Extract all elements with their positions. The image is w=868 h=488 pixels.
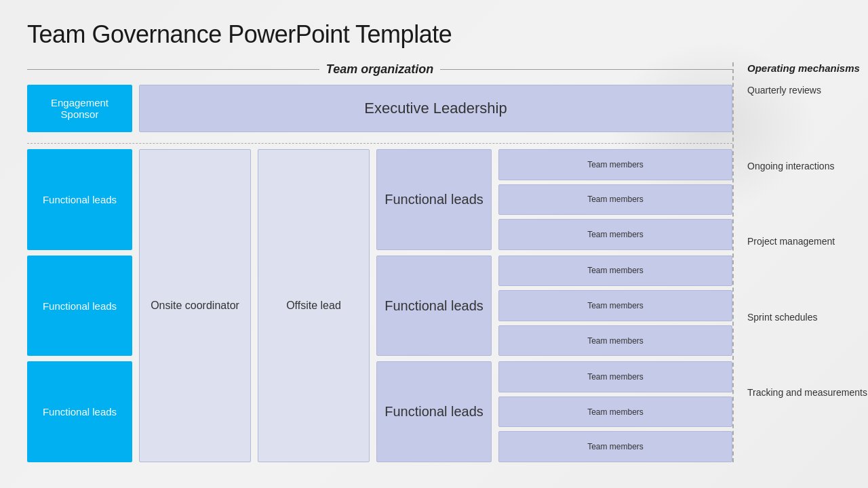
func-leads-box-3: Functional leads	[376, 361, 492, 462]
engagement-sponsor-box: Engagement Sponsor	[27, 85, 132, 132]
team-member-3-2: Team members	[498, 396, 732, 428]
op-item-5: Tracking and measurements	[747, 386, 868, 400]
center-boxes: Onsite coordinator Offsite lead	[139, 149, 370, 462]
op-item-3: Project management	[747, 235, 868, 249]
team-member-1-1: Team members	[498, 149, 732, 180]
onsite-coordinator-box: Onsite coordinator	[139, 149, 251, 462]
team-member-3-3: Team members	[498, 431, 732, 462]
op-spacer-3	[747, 249, 868, 311]
func-row-3: Functional leads Team members Team membe…	[376, 361, 732, 462]
func-label-1: Functional leads	[27, 149, 132, 250]
team-member-3-1: Team members	[498, 361, 732, 392]
func-leads-box-1: Functional leads	[376, 149, 492, 250]
team-members-col-1: Team members Team members Team members	[498, 149, 732, 250]
offsite-lead-box: Offsite lead	[258, 149, 370, 462]
dashed-separator	[27, 143, 732, 144]
op-item-1: Quarterly reviews	[747, 84, 868, 98]
op-spacer-1	[747, 98, 868, 160]
content-area: Team organization Engagement Sponsor Exe…	[27, 62, 841, 462]
team-member-1-2: Team members	[498, 184, 732, 216]
func-row-1: Functional leads Team members Team membe…	[376, 149, 732, 250]
header-line-right	[440, 69, 732, 70]
func-leads-box-2: Functional leads	[376, 256, 492, 357]
operating-mechanisms-title: Operating mechanisms	[747, 62, 868, 74]
exec-row: Engagement Sponsor Executive Leadership	[27, 85, 732, 132]
right-func-area: Functional leads Team members Team membe…	[376, 149, 732, 462]
op-spacer-2	[747, 173, 868, 235]
header-line-left	[27, 69, 319, 70]
team-org-title: Team organization	[326, 62, 433, 77]
op-item-4: Sprint schedules	[747, 311, 868, 325]
functional-area: Functional leads Functional leads Functi…	[27, 149, 732, 462]
section-header: Team organization	[27, 62, 732, 77]
func-label-3: Functional leads	[27, 361, 132, 462]
exec-leadership-box: Executive Leadership	[139, 85, 732, 132]
team-members-col-2: Team members Team members Team members	[498, 256, 732, 357]
left-panel: Team organization Engagement Sponsor Exe…	[27, 62, 732, 462]
func-row-2: Functional leads Team members Team membe…	[376, 256, 732, 357]
main-container: Team Governance PowerPoint Template Team…	[0, 0, 868, 488]
page-title: Team Governance PowerPoint Template	[27, 20, 841, 49]
op-item-2: Ongoing interactions	[747, 160, 868, 174]
team-member-2-3: Team members	[498, 325, 732, 357]
team-member-1-3: Team members	[498, 219, 732, 250]
op-spacer-5	[747, 400, 868, 462]
func-label-2: Functional leads	[27, 256, 132, 357]
right-panel: Operating mechanisms Quarterly reviews O…	[732, 62, 868, 462]
team-members-col-3: Team members Team members Team members	[498, 361, 732, 462]
left-labels: Functional leads Functional leads Functi…	[27, 149, 132, 462]
op-spacer-4	[747, 324, 868, 386]
team-member-2-2: Team members	[498, 290, 732, 321]
team-member-2-1: Team members	[498, 256, 732, 287]
